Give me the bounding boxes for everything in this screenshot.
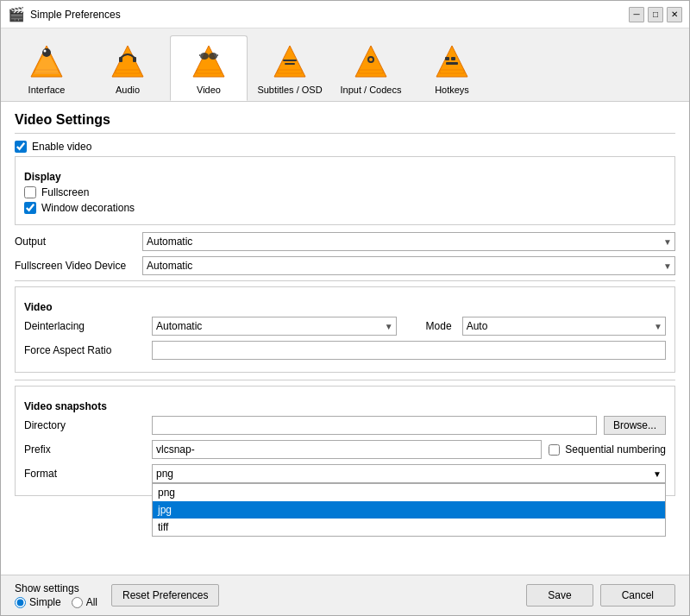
simple-radio-label: Simple (29, 596, 61, 608)
display-section: Display Fullscreen Window decorations (15, 156, 675, 225)
browse-button[interactable]: Browse... (604, 416, 666, 435)
show-settings-group: Show settings Simple All (15, 582, 97, 608)
cone-svg-hotkeys (435, 44, 469, 80)
mode-select-wrapper: Auto Discard Blend Mean Bob Linear ▼ (462, 317, 666, 336)
enable-video-row: Enable video (15, 141, 675, 153)
app-icon: 🎬 (8, 6, 25, 22)
prefix-label: Prefix (24, 443, 145, 456)
tab-hotkeys[interactable]: Hotkeys (413, 35, 491, 101)
svg-point-3 (42, 48, 51, 57)
svg-rect-10 (197, 70, 221, 73)
format-label: Format (24, 468, 145, 480)
fullscreen-row: Fullscreen (24, 186, 666, 198)
output-select-wrapper: Automatic DirectDraw video output (legac… (142, 232, 675, 251)
cone-svg-subtitles (273, 44, 307, 80)
fullscreen-label: Fullscreen (41, 186, 89, 198)
all-radio-row: All (72, 596, 97, 608)
directory-row: Directory Browse... (24, 416, 666, 435)
title-bar: 🎬 Simple Preferences ─ □ ✕ (1, 1, 689, 28)
output-label: Output (15, 236, 135, 248)
enable-video-label: Enable video (32, 141, 91, 153)
simple-radio-row: Simple (15, 596, 61, 608)
tab-video-label: Video (197, 85, 221, 95)
prefix-row: Prefix Sequential numbering (24, 440, 666, 459)
tab-subtitles[interactable]: Subtitles / OSD (251, 35, 329, 101)
cancel-button[interactable]: Cancel (600, 584, 675, 607)
cone-svg-video (191, 44, 226, 80)
all-radio-label: All (86, 596, 97, 608)
content-area: Video Settings Enable video Display Full… (1, 102, 689, 575)
format-dropdown-list: png jpg tiff (152, 483, 666, 537)
video-tab-icon (188, 41, 229, 83)
maximize-button[interactable]: □ (648, 7, 663, 22)
svg-rect-26 (445, 57, 449, 60)
reset-preferences-button[interactable]: Reset Preferences (111, 584, 219, 607)
snapshots-section: Video snapshots Directory Browse... Pref… (15, 386, 675, 496)
svg-rect-28 (446, 62, 458, 65)
format-option-jpg[interactable]: jpg (153, 501, 665, 519)
deinterlacing-label: Deinterlacing (24, 320, 145, 332)
deinterlacing-row: Deinterlacing Automatic Off On ▼ Mode Au… (24, 317, 666, 336)
title-bar-controls: ─ □ ✕ (629, 7, 682, 22)
radio-group: Simple All (15, 596, 97, 608)
tab-audio-label: Audio (116, 85, 140, 95)
nav-tabs: Interface Audio (1, 28, 689, 102)
tab-audio[interactable]: Audio (89, 35, 166, 101)
format-dropdown-arrow: ▼ (653, 469, 662, 479)
tab-input[interactable]: Input / Codecs (332, 35, 410, 101)
svg-rect-25 (440, 70, 464, 73)
format-option-png[interactable]: png (153, 484, 665, 501)
video-section: Video Deinterlacing Automatic Off On ▼ M… (15, 286, 675, 373)
title-bar-left: 🎬 Simple Preferences (8, 6, 121, 22)
svg-rect-8 (133, 57, 136, 62)
directory-input[interactable] (152, 416, 597, 435)
force-aspect-input[interactable] (152, 341, 666, 360)
tab-interface[interactable]: Interface (8, 35, 85, 101)
footer: Show settings Simple All Reset Preferenc… (1, 575, 689, 615)
window-decorations-checkbox[interactable] (24, 202, 36, 214)
snapshots-group-label: Video snapshots (24, 400, 666, 412)
format-selected-value: png (156, 468, 173, 480)
deinterlacing-select[interactable]: Automatic Off On (152, 317, 397, 336)
footer-left: Show settings Simple All Reset Preferenc… (15, 582, 219, 608)
prefix-input[interactable] (152, 440, 542, 459)
save-button[interactable]: Save (526, 584, 593, 607)
fullscreen-device-row: Fullscreen Video Device Automatic ▼ (15, 256, 675, 275)
svg-rect-27 (451, 57, 455, 60)
tab-subtitles-label: Subtitles / OSD (257, 85, 322, 95)
cone-svg-input (354, 44, 388, 80)
fullscreen-device-select[interactable]: Automatic (142, 256, 675, 275)
fullscreen-checkbox[interactable] (24, 186, 36, 198)
window-decorations-row: Window decorations (24, 202, 666, 214)
output-select[interactable]: Automatic DirectDraw video output (legac… (142, 232, 675, 251)
format-option-tiff[interactable]: tiff (153, 519, 665, 536)
enable-video-checkbox[interactable] (15, 141, 27, 153)
audio-tab-icon (107, 41, 148, 83)
minimize-button[interactable]: ─ (629, 7, 644, 22)
format-row: Format png ▼ png jpg tiff (24, 464, 666, 483)
section-title: Video Settings (15, 112, 675, 134)
mode-select[interactable]: Auto Discard Blend Mean Bob Linear (462, 317, 666, 336)
sequential-numbering-row: Sequential numbering (549, 443, 666, 456)
format-dropdown-container: png ▼ png jpg tiff (152, 464, 666, 483)
svg-point-23 (369, 58, 373, 61)
tab-interface-label: Interface (28, 85, 66, 95)
force-aspect-row: Force Aspect Ratio (24, 341, 666, 360)
tab-video[interactable]: Video (170, 35, 248, 101)
window-decorations-label: Window decorations (41, 202, 135, 214)
display-group-label: Display (24, 171, 666, 183)
simple-radio[interactable] (15, 597, 26, 608)
interface-tab-icon (26, 41, 67, 83)
main-window: 🎬 Simple Preferences ─ □ ✕ Interface (0, 0, 690, 616)
svg-rect-21 (359, 70, 383, 73)
close-button[interactable]: ✕ (667, 7, 682, 22)
cone-svg-interface (29, 44, 64, 80)
all-radio[interactable] (72, 597, 83, 608)
sequential-numbering-checkbox[interactable] (549, 444, 560, 456)
subtitles-tab-icon (269, 41, 310, 83)
footer-right: Save Cancel (526, 584, 675, 607)
format-dropdown-selected[interactable]: png ▼ (152, 464, 666, 483)
input-tab-icon (350, 41, 392, 83)
force-aspect-label: Force Aspect Ratio (24, 344, 145, 356)
svg-rect-19 (285, 63, 295, 65)
